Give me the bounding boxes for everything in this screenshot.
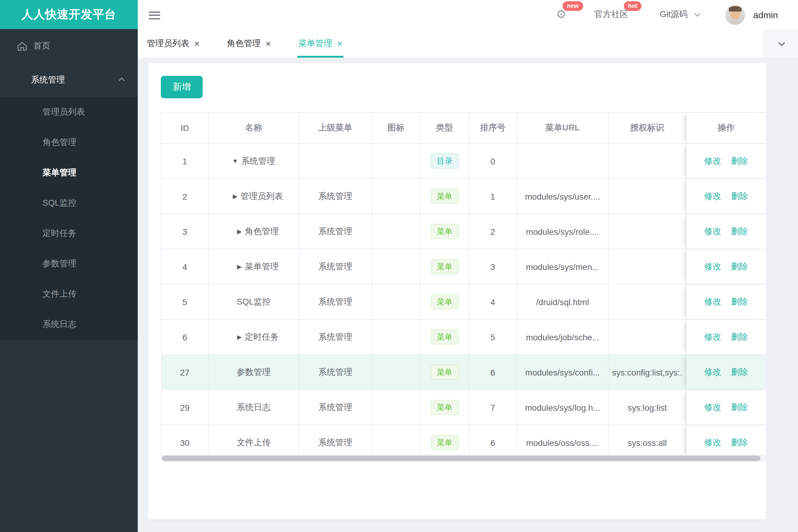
cell-id: 2	[162, 179, 209, 213]
cell-id: 6	[162, 320, 209, 354]
cell-order: 3	[469, 249, 517, 284]
delete-link[interactable]: 删除	[731, 402, 748, 413]
tree-node: ▶定时任务	[228, 331, 279, 342]
cell-order: 4	[469, 285, 517, 319]
cell-parent: 系统管理	[299, 355, 372, 390]
tab-close-icon[interactable]: ×	[337, 39, 342, 48]
delete-link[interactable]: 删除	[731, 367, 748, 378]
viewport: 人人快速开发平台 首页 系统管理 管理员列表角色管理菜单管理SQL监控定时任务参…	[0, 0, 798, 532]
table-row[interactable]: 4▶菜单管理系统管理菜单3modules/sys/men...修改删除	[162, 249, 766, 285]
menu-name: 定时任务	[245, 331, 279, 342]
table-row[interactable]: 29系统日志系统管理菜单7modules/sys/log.h...sys:log…	[162, 390, 766, 425]
cell-url: modules/sys/user....	[517, 179, 609, 213]
delete-link[interactable]: 删除	[731, 331, 748, 342]
cell-url: modules/job/sche...	[517, 320, 609, 354]
cell-type: 菜单	[421, 320, 469, 354]
cell-type: 菜单	[421, 249, 469, 284]
tab-close-icon[interactable]: ×	[194, 39, 200, 48]
sidebar-item-4[interactable]: 定时任务	[0, 218, 138, 249]
delete-link[interactable]: 删除	[731, 226, 748, 237]
hot-badge: hot	[624, 1, 642, 11]
sidebar-item-home[interactable]: 首页	[0, 29, 138, 63]
cell-name: 系统日志	[209, 390, 299, 425]
sidebar-item-6[interactable]: 文件上传	[0, 279, 138, 309]
tab-2[interactable]: 菜单管理×	[298, 29, 342, 58]
delete-link[interactable]: 删除	[731, 296, 748, 307]
menu-name: 菜单管理	[245, 261, 279, 272]
sidebar-group-label: 系统管理	[31, 75, 65, 86]
tree-collapse-icon[interactable]: ▼	[232, 158, 238, 165]
table-row[interactable]: 2▶管理员列表系统管理菜单1modules/sys/user....修改删除	[162, 179, 766, 214]
table-row[interactable]: 3▶角色管理系统管理菜单2modules/sys/role....修改删除	[162, 214, 766, 249]
tree-expand-icon[interactable]: ▶	[237, 263, 242, 270]
sidebar-toggle-button[interactable]	[149, 9, 160, 21]
cell-parent: 系统管理	[299, 249, 372, 284]
cell-ops: 修改删除	[686, 390, 766, 425]
sidebar-item-2[interactable]: 菜单管理	[0, 158, 138, 188]
community-link[interactable]: 官方社区 hot	[594, 9, 628, 20]
edit-link[interactable]: 修改	[704, 261, 721, 272]
navbar-right: ⚙ new 官方社区 hot Git源码 admin	[556, 0, 778, 29]
table-row[interactable]: 6▶定时任务系统管理菜单5modules/job/sche...修改删除	[162, 320, 766, 355]
cell-id: 3	[162, 214, 209, 249]
cell-perms	[609, 320, 686, 354]
delete-link[interactable]: 删除	[731, 156, 748, 167]
table-row[interactable]: 27参数管理系统管理菜单6modules/sys/confi...sys:con…	[162, 355, 766, 390]
tree-expand-icon[interactable]: ▶	[237, 228, 242, 235]
delete-link[interactable]: 删除	[731, 191, 748, 202]
tab-1[interactable]: 角色管理×	[227, 29, 271, 58]
edit-link[interactable]: 修改	[704, 367, 721, 378]
git-source-link[interactable]: Git源码	[660, 9, 688, 20]
content-area: 新增 ID名称上级菜单图标类型排序号菜单URL授权标识操作1▼系统管理目录0修改…	[138, 58, 798, 532]
username[interactable]: admin	[753, 10, 778, 20]
tabs-menu-button[interactable]	[764, 29, 798, 58]
sidebar-item-5[interactable]: 参数管理	[0, 249, 138, 279]
cell-icon	[372, 249, 421, 284]
delete-link[interactable]: 删除	[731, 261, 748, 272]
sidebar-item-3[interactable]: SQL监控	[0, 188, 138, 218]
chevron-down-icon[interactable]	[693, 11, 701, 18]
cell-icon	[372, 355, 421, 390]
sidebar-submenu: 管理员列表角色管理菜单管理SQL监控定时任务参数管理文件上传系统日志	[0, 97, 138, 340]
edit-link[interactable]: 修改	[704, 296, 721, 307]
cell-url: modules/sys/role....	[517, 214, 609, 249]
cell-order: 5	[469, 320, 517, 354]
cell-icon	[372, 285, 421, 319]
column-header-icon: 图标	[372, 113, 421, 143]
cell-name: ▶角色管理	[209, 214, 299, 249]
sidebar-item-1[interactable]: 角色管理	[0, 127, 138, 158]
sidebar-item-7[interactable]: 系统日志	[0, 309, 138, 340]
table-row[interactable]: 5SQL监控系统管理菜单4/druid/sql.html修改删除	[162, 285, 766, 320]
tab-0[interactable]: 管理员列表×	[147, 29, 200, 58]
type-tag: 菜单	[430, 259, 459, 274]
edit-link[interactable]: 修改	[704, 191, 721, 202]
settings-button[interactable]: ⚙ new	[556, 8, 566, 21]
edit-link[interactable]: 修改	[704, 437, 721, 448]
edit-link[interactable]: 修改	[704, 156, 721, 167]
cell-perms	[609, 285, 686, 319]
avatar[interactable]	[725, 4, 745, 24]
edit-link[interactable]: 修改	[704, 402, 721, 413]
tree-node: 文件上传	[237, 437, 271, 448]
cell-type: 菜单	[421, 285, 469, 319]
column-header-id: ID	[162, 113, 209, 143]
delete-link[interactable]: 删除	[731, 437, 748, 448]
cell-perms	[609, 144, 686, 178]
tab-label: 角色管理	[227, 38, 261, 49]
horizontal-scrollbar-thumb[interactable]	[162, 456, 760, 461]
sidebar-item-0[interactable]: 管理员列表	[0, 97, 138, 127]
column-header-perms: 授权标识	[609, 113, 686, 143]
type-tag: 菜单	[430, 364, 459, 380]
cell-order: 0	[469, 144, 517, 178]
edit-link[interactable]: 修改	[704, 226, 721, 237]
add-button[interactable]: 新增	[161, 76, 203, 98]
menu-name: 角色管理	[245, 226, 279, 237]
cell-parent: 系统管理	[299, 179, 372, 213]
app: 人人快速开发平台 首页 系统管理 管理员列表角色管理菜单管理SQL监控定时任务参…	[0, 0, 798, 532]
tab-close-icon[interactable]: ×	[266, 39, 271, 48]
sidebar-group-system[interactable]: 系统管理	[0, 63, 138, 97]
table-row[interactable]: 1▼系统管理目录0修改删除	[162, 144, 766, 179]
tree-expand-icon[interactable]: ▶	[233, 193, 237, 200]
edit-link[interactable]: 修改	[704, 331, 721, 342]
tree-expand-icon[interactable]: ▶	[237, 334, 242, 340]
